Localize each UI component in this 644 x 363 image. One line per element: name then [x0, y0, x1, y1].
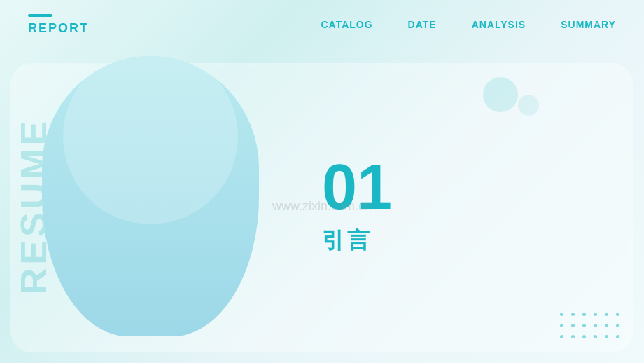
nav-analysis[interactable]: ANALYSIS [472, 19, 526, 30]
image-background [42, 56, 259, 336]
person-image-container [42, 56, 259, 336]
accent-line [28, 14, 52, 17]
dot [582, 313, 586, 316]
dot [605, 335, 608, 338]
dot-grid [560, 313, 623, 342]
section-number: 01 [322, 156, 392, 219]
dot [582, 324, 586, 327]
dot [616, 324, 620, 327]
nav-summary[interactable]: SUMMARY [561, 19, 616, 30]
main-content: RESUME [0, 49, 644, 363]
deco-circle-large [483, 77, 518, 112]
dot [605, 313, 608, 316]
dot [571, 313, 575, 316]
dot [594, 335, 597, 338]
dot [594, 324, 597, 327]
dot [582, 335, 586, 338]
dot [560, 335, 564, 338]
header-brand: REPORT [28, 14, 89, 36]
main-nav: CATALOG DATE ANALYSIS SUMMARY [321, 19, 616, 30]
dot [594, 313, 597, 316]
dot [605, 324, 608, 327]
dot [560, 313, 564, 316]
dot [616, 313, 620, 316]
dot [560, 324, 564, 327]
report-label: REPORT [28, 21, 89, 36]
dot [616, 335, 620, 338]
header: REPORT CATALOG DATE ANALYSIS SUMMARY [0, 0, 644, 49]
nav-date[interactable]: DATE [408, 19, 437, 30]
content-right: 01 引言 [322, 156, 392, 256]
nav-catalog[interactable]: CATALOG [321, 19, 372, 30]
section-title-chinese: 引言 [322, 226, 372, 256]
deco-circle-small [518, 95, 539, 116]
dot [571, 335, 575, 338]
dot [571, 324, 575, 327]
